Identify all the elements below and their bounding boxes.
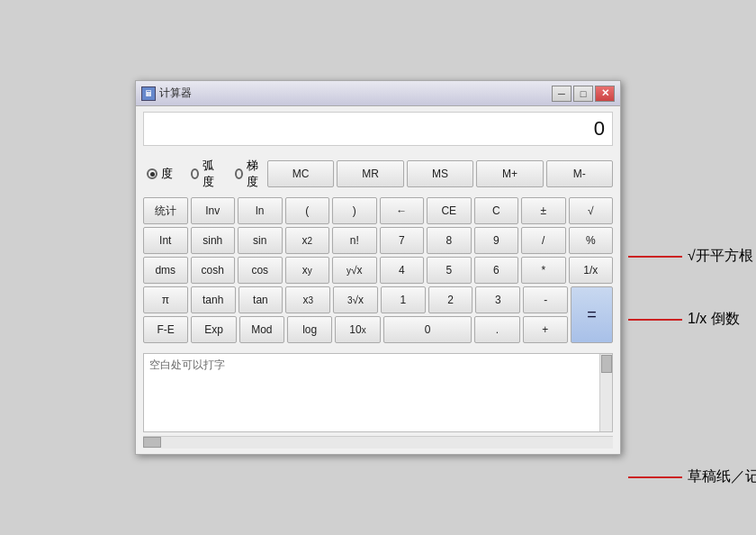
pi-button[interactable]: π <box>143 286 188 313</box>
sqrt-button[interactable]: √ <box>569 197 614 224</box>
lparen-button[interactable]: ( <box>285 197 330 224</box>
exp-button[interactable]: Exp <box>191 316 236 343</box>
0-button[interactable]: 0 <box>383 316 472 343</box>
mr-button[interactable]: MR <box>337 160 403 187</box>
row-5: F-E Exp Mod log 10x 0 . + <box>143 316 568 343</box>
10x-button[interactable]: 10x <box>335 316 380 343</box>
multiply-button[interactable]: * <box>521 257 566 284</box>
cos-button[interactable]: cos <box>238 257 283 284</box>
xsquared-button[interactable]: x2 <box>285 227 330 254</box>
minus-button[interactable]: - <box>523 286 568 313</box>
radio-gradian[interactable]: 梯度 <box>235 158 261 190</box>
row-4: π tanh tan x3 3√x 1 2 3 - <box>143 286 568 313</box>
cosh-button[interactable]: cosh <box>191 257 236 284</box>
row-2: Int sinh sin x2 n! 7 8 9 / % <box>143 227 613 254</box>
mminus-button[interactable]: M- <box>546 160 613 187</box>
factorial-button[interactable]: n! <box>332 227 377 254</box>
backspace-button[interactable]: ← <box>380 197 425 224</box>
title-bar-left: 🖩 计算器 <box>141 86 192 101</box>
scroll-thumb-v[interactable] <box>601 355 612 373</box>
plus-button[interactable]: + <box>523 316 568 343</box>
close-button[interactable]: ✕ <box>595 86 615 102</box>
tan-button[interactable]: tan <box>238 286 284 313</box>
sqrt-line <box>628 256 682 258</box>
mc-button[interactable]: MC <box>267 160 334 187</box>
display-area: 0 <box>143 112 613 146</box>
xcubed-button[interactable]: x3 <box>285 286 330 313</box>
sin-button[interactable]: sin <box>238 227 283 254</box>
title-buttons: ─ □ ✕ <box>552 86 615 102</box>
sqrt-annotation: √开平方根 <box>628 247 753 266</box>
7-button[interactable]: 7 <box>380 227 425 254</box>
5-button[interactable]: 5 <box>427 257 472 284</box>
notepad-area[interactable]: 空白处可以打字 <box>143 353 613 432</box>
9-button[interactable]: 9 <box>474 227 519 254</box>
vertical-scrollbar[interactable] <box>599 354 612 431</box>
calc-icon: 🖩 <box>141 86 156 101</box>
row-3: dms cosh cos xy y√x 4 5 6 * 1/x <box>143 257 613 284</box>
mod-button[interactable]: Mod <box>239 316 284 343</box>
radio-radian[interactable]: 弧度 <box>191 158 217 190</box>
percent-button[interactable]: % <box>569 227 614 254</box>
8-button[interactable]: 8 <box>427 227 472 254</box>
calculator-window: 🖩 计算器 ─ □ ✕ 0 度 <box>135 80 621 455</box>
int-button[interactable]: Int <box>143 227 188 254</box>
divide-button[interactable]: / <box>521 227 566 254</box>
xy-button[interactable]: xy <box>285 257 330 284</box>
radio-gradian-label: 梯度 <box>247 158 261 190</box>
notepad-placeholder: 空白处可以打字 <box>144 354 612 376</box>
tanh-button[interactable]: tanh <box>191 286 236 313</box>
sinh-button[interactable]: sinh <box>191 227 236 254</box>
dms-button[interactable]: dms <box>143 257 188 284</box>
log-button[interactable]: log <box>287 316 332 343</box>
yroot-button[interactable]: y√x <box>332 257 377 284</box>
row-4-5-combined: π tanh tan x3 3√x 1 2 3 - F-E Exp M <box>143 286 613 343</box>
row-1: 统计 Inv ln ( ) ← CE C ± √ <box>143 197 613 224</box>
equals-button[interactable]: = <box>571 286 613 343</box>
window-title: 计算器 <box>159 86 192 101</box>
radio-degree-circle <box>147 168 158 179</box>
mplus-button[interactable]: M+ <box>476 160 543 187</box>
calc-body: 度 弧度 梯度 MC MR MS M+ M- <box>136 151 620 353</box>
scroll-thumb-h[interactable] <box>143 437 161 448</box>
title-bar: 🖩 计算器 ─ □ ✕ <box>136 81 620 106</box>
4-button[interactable]: 4 <box>380 257 425 284</box>
inv-button[interactable]: Inv <box>191 197 236 224</box>
radio-degree[interactable]: 度 <box>147 166 173 182</box>
1-button[interactable]: 1 <box>381 286 426 313</box>
c-button[interactable]: C <box>474 197 519 224</box>
6-button[interactable]: 6 <box>474 257 519 284</box>
sqrt-annotation-text: √开平方根 <box>688 247 753 266</box>
fe-button[interactable]: F-E <box>143 316 188 343</box>
recip-annotation-text: 1/x 倒数 <box>688 310 740 329</box>
radio-group: 度 弧度 梯度 <box>143 155 265 193</box>
ce-button[interactable]: CE <box>427 197 472 224</box>
cuberoot-button[interactable]: 3√x <box>333 286 378 313</box>
3-button[interactable]: 3 <box>475 286 520 313</box>
radio-radian-label: 弧度 <box>202 158 217 190</box>
notepad-annotation: 草稿纸／记事本 <box>628 467 756 486</box>
rparen-button[interactable]: ) <box>332 197 377 224</box>
display-value: 0 <box>594 117 605 141</box>
ms-button[interactable]: MS <box>407 160 473 187</box>
reciprocal-button[interactable]: 1/x <box>569 257 614 284</box>
notepad-line <box>628 476 682 478</box>
recip-line <box>628 319 682 321</box>
maximize-button[interactable]: □ <box>573 86 593 102</box>
minimize-button[interactable]: ─ <box>552 86 572 102</box>
plusminus-button[interactable]: ± <box>521 197 566 224</box>
notepad-annotation-text: 草稿纸／记事本 <box>688 467 756 486</box>
stat-button[interactable]: 统计 <box>143 197 188 224</box>
ln-button[interactable]: ln <box>238 197 283 224</box>
radio-radian-circle <box>191 168 199 179</box>
radio-gradian-circle <box>235 168 243 179</box>
horizontal-scrollbar[interactable] <box>143 436 613 449</box>
radio-degree-label: 度 <box>161 166 173 182</box>
recip-annotation: 1/x 倒数 <box>628 310 740 329</box>
dot-button[interactable]: . <box>474 316 519 343</box>
2-button[interactable]: 2 <box>428 286 473 313</box>
